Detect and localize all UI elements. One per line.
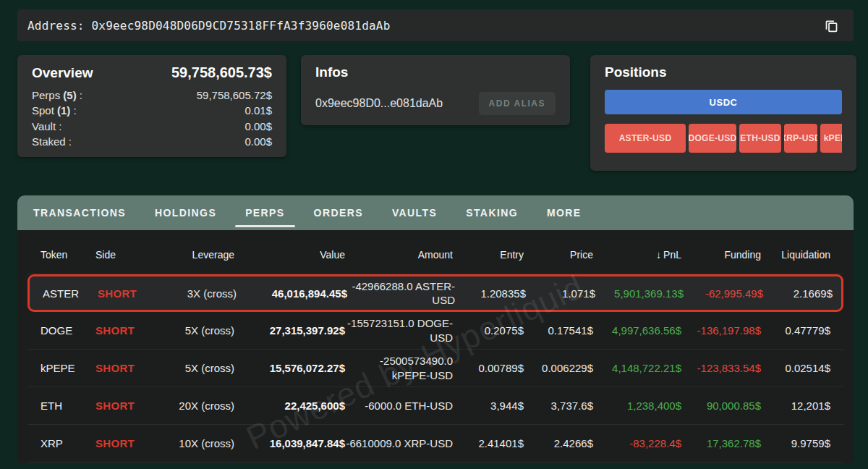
cell-liquidation: 2.1669$ [763,287,833,300]
cell-amount: -6610009.0 XRP-USD [345,436,453,451]
column-header-entry[interactable]: Entry [453,249,524,261]
column-header-leverage[interactable]: Leverage [155,249,234,261]
tab-transactions[interactable]: TRANSACTIONS [19,195,140,230]
column-header-amount[interactable]: Amount [345,249,453,261]
stat-value: 59,758,605.72$ [197,88,272,103]
overview-card: Overview 59,758,605.73$ Perps (5) : 59,7… [17,55,286,157]
positions-card: Positions USDC ASTER-USD DOGE-USD ETH-US… [590,55,856,171]
tab-staking[interactable]: STAKING [451,195,532,230]
wallet-address: Address: 0x9eec98D048D06D9CD75318FFfA3f3… [27,19,390,33]
cell-amount: -6000.0 ETH-USD [345,399,453,413]
cell-leverage: 5X (cross) [155,362,234,374]
position-button-usdc[interactable]: USDC [605,90,842,114]
cell-token: ETH [41,400,95,412]
cell-side: SHORT [95,437,155,449]
cell-value: 27,315,397.92$ [234,324,345,337]
cell-pnl: 4,148,722.21$ [593,362,681,374]
cell-leverage: 20X (cross) [155,400,234,412]
overview-stat-spot: Spot (1) : 0.01$ [32,103,272,118]
cell-pnl: -83,228.4$ [593,437,681,449]
column-header-side[interactable]: Side [95,249,155,261]
cell-side: SHORT [98,287,157,300]
tab-bar: TRANSACTIONS HOLDINGS PERPS ORDERS VAULT… [17,195,854,230]
infos-title: Infos [315,64,348,80]
position-button-kpepe-usd[interactable]: kPEPE-USD [820,124,842,153]
cell-entry: 3,944$ [453,400,524,412]
copy-icon [824,18,839,33]
cell-funding: -62,995.49$ [684,287,763,300]
position-button-aster-usd[interactable]: ASTER-USD [605,124,686,153]
stat-label: Perps (5) : [32,88,82,103]
add-alias-button[interactable]: ADD ALIAS [479,92,556,115]
stat-value: 0.00$ [244,119,272,134]
column-header-liquidation[interactable]: Liquidation [761,249,830,261]
perps-table-panel: Token Side Leverage Value Amount Entry P… [17,230,854,463]
overview-stat-staked: Staked : 0.00$ [32,134,272,149]
cell-value: 15,576,072.27$ [234,362,345,374]
cell-price: 0.17541$ [524,324,593,337]
cell-liquidation: 0.47779$ [761,324,830,337]
cell-side: SHORT [95,324,155,337]
tab-perps[interactable]: PERPS [231,195,299,230]
address-bar: Address: 0x9eec98D048D06D9CD75318FFfA3f3… [17,9,854,41]
tab-holdings[interactable]: HOLDINGS [140,195,231,230]
table-row-kpepe[interactable]: kPEPE SHORT 5X (cross) 15,576,072.27$ -2… [27,350,843,387]
cell-funding: -123,833.54$ [681,362,761,374]
short-address: 0x9eec98D0...e081daAb [315,97,443,110]
position-button-eth-usd[interactable]: ETH-USD [739,124,781,153]
cell-value: 46,016,894.45$ [237,287,347,300]
column-header-funding[interactable]: Funding [681,249,761,261]
cell-pnl: 5,901,369.13$ [595,287,684,300]
stat-label: Staked : [32,134,72,149]
position-button-doge-usd[interactable]: DOGE-USD [689,124,736,153]
cell-price: 3,737.6$ [524,400,593,412]
column-header-token[interactable]: Token [41,249,95,261]
cell-leverage: 3X (cross) [157,287,237,300]
table-row-doge[interactable]: DOGE SHORT 5X (cross) 27,315,397.92$ -15… [27,312,843,350]
overview-title: Overview [32,65,93,81]
table-row-eth[interactable]: ETH SHORT 20X (cross) 22,425,600$ -6000.… [27,387,843,425]
cell-amount: -42966288.0 ASTER-USD [347,279,455,308]
position-button-xrp-usd[interactable]: XRP-USD [784,124,817,153]
stat-label: Vault : [32,119,61,134]
sort-down-icon: ↓ [656,249,661,261]
cell-liquidation: 0.02514$ [761,362,830,374]
table-row-aster[interactable]: ASTER SHORT 3X (cross) 46,016,894.45$ -4… [27,274,843,312]
overview-stat-vault: Vault : 0.00$ [32,119,272,134]
stat-label: Spot (1) : [32,103,77,118]
stat-value: 0.01$ [244,103,272,118]
infos-card: Infos 0x9eec98D0...e081daAb ADD ALIAS [301,55,570,125]
cell-side: SHORT [95,400,155,412]
overview-total-value: 59,758,605.73$ [171,64,272,81]
cell-pnl: 4,997,636.56$ [593,324,681,337]
cell-price: 1.071$ [526,287,595,300]
tab-orders[interactable]: ORDERS [299,195,378,230]
column-header-value[interactable]: Value [234,249,345,261]
cell-token: DOGE [41,324,95,337]
column-header-price[interactable]: Price [524,249,593,261]
cell-pnl: 1,238,400$ [593,400,681,412]
cell-entry: 0.00789$ [453,362,524,374]
column-header-pnl[interactable]: ↓PnL [593,249,681,261]
cell-token: kPEPE [41,362,95,374]
cell-funding: -136,197.98$ [681,324,761,337]
cell-leverage: 5X (cross) [155,324,234,337]
cell-entry: 0.2075$ [453,324,524,337]
cell-amount: -2500573490.0 kPEPE-USD [345,354,453,382]
cell-liquidation: 12,201$ [761,400,830,412]
cell-value: 22,425,600$ [234,400,345,412]
copy-address-button[interactable] [819,13,843,38]
cell-funding: 17,362.78$ [681,437,761,449]
cell-price: 0.006229$ [524,362,593,374]
tab-vaults[interactable]: VAULTS [378,195,451,230]
cell-token: XRP [41,437,95,449]
cell-side: SHORT [95,362,155,374]
cell-liquidation: 9.9759$ [761,437,830,449]
positions-title: Positions [605,64,667,80]
table-header-row: Token Side Leverage Value Amount Entry P… [27,230,843,274]
perp-positions-row: ASTER-USD DOGE-USD ETH-USD XRP-USD kPEPE… [605,124,842,153]
tab-more[interactable]: MORE [532,195,596,230]
cell-amount: -155723151.0 DOGE-USD [345,316,453,345]
table-row-xrp[interactable]: XRP SHORT 10X (cross) 16,039,847.84$ -66… [27,425,843,462]
cell-value: 16,039,847.84$ [234,437,345,449]
